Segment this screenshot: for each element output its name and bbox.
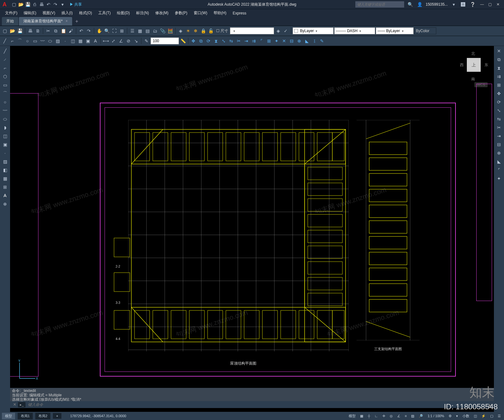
maximize-icon[interactable]: ▢ [487,2,494,7]
viewcube-south[interactable]: 南 [471,77,475,82]
tab-close-icon[interactable]: × [66,19,68,23]
spline-icon[interactable]: 〰 [39,37,46,44]
viewcube-north[interactable]: 北 [471,51,475,56]
otrack-toggle-icon[interactable]: ∠ [396,413,402,419]
dim-aligned-icon[interactable]: ⤢ [110,37,117,44]
viewcube-top-face[interactable]: 上 [467,58,481,72]
undo-icon[interactable]: ↶ [78,27,85,34]
lp-arc-icon[interactable]: ⌒ [1,90,9,97]
text-tool-icon[interactable]: A [92,37,99,44]
lp-hatch-icon[interactable]: ▨ [1,158,9,165]
zoom-extents-icon[interactable]: ⊞ [118,27,125,34]
snap-toggle-icon[interactable]: ┼ [366,413,371,418]
menu-format[interactable]: 格式(O) [76,9,95,17]
layerstate-freeze-icon[interactable]: ❄ [192,27,199,34]
menu-edit[interactable]: 编辑(E) [20,9,39,17]
layer-unlock-icon[interactable]: 🔓 [207,27,214,34]
rotate-icon[interactable]: ⟳ [205,37,212,44]
lp-addsel-icon[interactable]: ⊕ [1,200,9,208]
lp-insert-icon[interactable]: ◫ [1,132,9,140]
rp-array-icon[interactable]: ⊞ [495,81,503,89]
rp-stretch-icon[interactable]: ⇆ [495,115,503,123]
preview-icon[interactable]: 🗎 [34,27,41,34]
region-icon[interactable]: ▣ [84,37,91,44]
table-tool-icon[interactable]: ▦ [77,37,84,44]
menu-draw[interactable]: 绘图(D) [114,9,133,17]
help-icon[interactable]: ❔ [469,1,476,8]
erase-icon[interactable]: ✕ [281,37,288,44]
lp-gradient-icon[interactable]: ◧ [1,166,9,174]
qat-redo-icon[interactable]: ↷ [53,2,58,7]
extend-icon[interactable]: ⇥ [243,37,250,44]
tab-new-icon[interactable]: + [73,17,81,26]
polar-toggle-icon[interactable]: ✛ [381,413,387,419]
rp-rotate-icon[interactable]: ⟳ [495,98,503,106]
menu-tools[interactable]: 工具(T) [95,9,114,17]
lp-xline-icon[interactable]: ⟋ [1,56,9,63]
lp-ellipsearc-icon[interactable]: ◗ [1,124,9,131]
qat-new-icon[interactable]: ▢ [11,2,17,7]
block-icon[interactable]: ◫ [69,37,76,44]
command-line[interactable]: × ▸_ ▴ [10,401,494,408]
hatch-icon[interactable]: ▨ [54,37,61,44]
scale-tool-icon[interactable]: ⤡ [220,37,227,44]
arc-icon[interactable]: ⌒ [16,37,23,44]
menu-modify[interactable]: 修改(M) [152,9,172,17]
cmd-close-icon[interactable]: × [11,402,18,407]
pedit-icon[interactable]: ✎ [318,37,325,44]
account-label[interactable]: 150599135... [426,2,448,7]
ellipse-icon[interactable]: ⬭ [47,37,54,44]
gear-icon[interactable]: ⚙ [447,413,453,419]
lp-region-icon[interactable]: ▦ [1,175,9,182]
menu-file[interactable]: 文件(F) [2,9,20,17]
close-icon[interactable]: ✕ [495,2,501,7]
lp-line-icon[interactable]: ╱ [1,47,9,55]
lineweight-toggle-icon[interactable]: ≡ [404,413,408,418]
rp-copy-icon[interactable]: ⧉ [495,56,503,63]
rp-fillet-icon[interactable]: ⌜ [495,166,503,174]
qat-dropdown-icon[interactable]: ▾ [60,2,65,7]
transparency-toggle-icon[interactable]: ▨ [410,413,415,419]
grid-toggle-icon[interactable]: ▦ [359,413,364,419]
layout-tab-1[interactable]: 布局1 [18,413,33,419]
line-icon[interactable]: ╱ [1,37,8,44]
isoplane-icon[interactable]: ◫ [472,413,478,419]
rectangle-icon[interactable]: ▭ [32,37,38,44]
viewcube-east[interactable]: 东 [484,62,488,68]
dim-angular-icon[interactable]: ∠ [117,37,124,44]
viewcube-west[interactable]: 西 [460,62,464,68]
explode-icon[interactable]: ✦ [273,37,280,44]
align-icon[interactable]: ⫱ [311,37,318,44]
osnap-toggle-icon[interactable]: ◎ [388,413,394,419]
stretch-icon[interactable]: ⇆ [228,37,235,44]
viewcube[interactable]: 北 西 东 南 上 [458,49,490,81]
rp-move-icon[interactable]: ✥ [495,90,503,97]
matchprop-icon[interactable]: 🖌 [67,27,74,34]
layer-manager-icon[interactable]: ◈ [275,27,282,34]
lp-pline-icon[interactable]: ⌐ [1,64,9,72]
trim-icon[interactable]: ✂ [235,37,242,44]
point-icon[interactable]: · [62,37,69,44]
rp-erase-icon[interactable]: ✕ [495,47,503,55]
layer-lock-icon[interactable]: 🔒 [200,27,207,34]
layout-tab-model[interactable]: 模型 [2,413,15,419]
rp-extend-icon[interactable]: ⇥ [495,132,503,140]
color-dropdown[interactable]: ByLayer▾ [293,27,334,34]
print-icon[interactable]: 🖶 [27,27,34,34]
signin-icon[interactable]: 👤 [416,1,423,8]
lp-mtext-icon[interactable]: A [1,192,9,199]
markup-icon[interactable]: 📎 [159,27,166,34]
annoscale-icon[interactable]: 🔎 [417,413,424,419]
menu-express[interactable]: Express [230,10,249,17]
zoom-icon[interactable]: 🔍 [103,27,110,34]
rp-break-icon[interactable]: ⊟ [495,141,503,148]
redo-icon[interactable]: ↷ [85,27,92,34]
rp-join-icon[interactable]: ⊕ [495,149,503,157]
move-icon[interactable]: ✥ [190,37,197,44]
layout-tab-2[interactable]: 布局2 [35,413,50,419]
copy-icon[interactable]: ⧉ [52,27,59,34]
tab-start[interactable]: 开始 [2,17,18,26]
menu-insert[interactable]: 插入(I) [58,9,76,17]
paste-icon[interactable]: 📋 [60,27,67,34]
hardware-accel-icon[interactable]: ⚡ [480,413,487,419]
